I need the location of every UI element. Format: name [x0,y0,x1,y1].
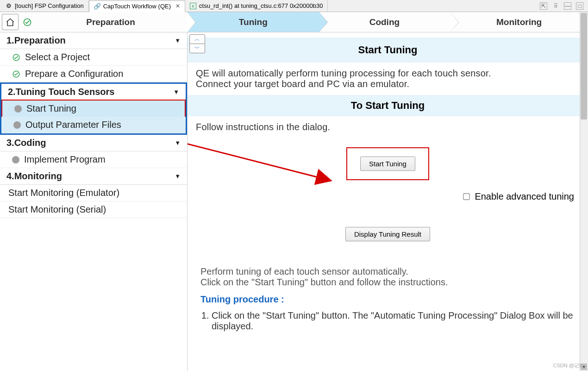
wf-step-label: Monitoring [496,17,542,27]
info-line1: Perform tuning of each touch sensor auto… [200,266,575,277]
tab-label: CapTouch Workflow (QE) [103,3,171,10]
sidebar-item-label: Start Monitoring (Emulator) [8,188,119,198]
sidebar-tree: 1.Preparation ▼ Select a Project Prepare… [0,32,187,218]
caret-icon: ▼ [173,88,179,95]
link-icon: 🔗 [94,3,100,9]
chevron-down-icon[interactable]: ﹀ [190,44,205,53]
bullet-icon [12,156,19,163]
gear-icon: ⚙ [6,3,12,9]
scrollbar[interactable]: ▾ [580,12,588,371]
watermark: CSDN @记忆 [553,362,584,369]
panel-desc: QE will automatically perform tuning pro… [188,63,588,95]
scrollbar-thumb[interactable] [581,13,587,119]
sidebar-item-monitor-emulator[interactable]: Start Monitoring (Emulator) [0,185,187,201]
caret-icon: ▼ [175,173,181,180]
min-icon[interactable]: ⠿ [552,2,559,10]
wf-step-label: Preparation [86,17,135,27]
wf-step-tuning[interactable]: Tuning [188,12,319,32]
sidebar-item-label: Start Tuning [26,103,76,114]
c-file-icon: c [190,3,196,9]
sidebar-item-implement-program[interactable]: Implement Program [0,151,187,168]
sidebar-item-label: Prepare a Configuration [25,69,123,79]
info-line2: Click on the "Start Tuning" button and f… [200,277,575,288]
bullet-icon [14,105,22,113]
section-title: 4.Monitoring [6,171,62,182]
tab-fsp-config[interactable]: ⚙ [touch] FSP Configuration [1,0,89,12]
section-coding[interactable]: 3.Coding ▼ [0,135,187,151]
section-tuning-highlight: 2.Tuning Touch Sensors ▼ Start Tuning Ou… [0,82,187,135]
main-container: Preparation 1.Preparation ▼ Select a Pro… [0,12,588,371]
sidebar-item-label: Implement Program [24,154,106,165]
display-tuning-result-button[interactable]: Display Tuning Result [345,227,430,241]
start-tuning-button[interactable]: Start Tuning [360,157,415,171]
section-monitoring[interactable]: 4.Monitoring ▼ [0,168,187,185]
section-tuning[interactable]: 2.Tuning Touch Sensors ▼ [1,84,186,101]
advanced-tuning-checkbox[interactable] [463,193,469,200]
chevron-up-icon[interactable]: ︿ [190,35,205,44]
tab-label: [touch] FSP Configuration [15,2,84,9]
check-icon [12,53,20,62]
sidebar-item-label: Select a Project [25,52,90,63]
start-tuning-highlight: Start Tuning [346,147,429,180]
wf-step-label: Coding [369,17,400,27]
expand-collapse-control[interactable]: ︿ ﹀ [189,34,205,53]
info-block: Perform tuning of each touch sensor auto… [188,260,588,342]
sidebar-item-output-params[interactable]: Output Parameter Files [1,117,186,133]
advanced-tuning-row: Enable advanced tuning [188,189,588,204]
wf-step-monitoring[interactable]: Monitoring [450,12,588,32]
left-pane: Preparation 1.Preparation ▼ Select a Pro… [0,12,188,371]
wf-step-preparation[interactable]: Preparation [34,12,187,32]
section-title: 1.Preparation [6,35,66,46]
display-result-area: Display Tuning Result [188,204,588,251]
editor-tab-bar: ⚙ [touch] FSP Configuration 🔗 CapTouch W… [0,0,588,12]
section-title: 3.Coding [6,138,46,148]
sidebar-item-select-project[interactable]: Select a Project [0,49,187,66]
home-button[interactable] [2,14,19,30]
section-preparation[interactable]: 1.Preparation ▼ [0,32,187,49]
sidebar-item-monitor-serial[interactable]: Start Monitoring (Serial) [0,201,187,218]
tab-ctsu-source[interactable]: c ctsu_rd_int() at tuning_ctsu.c:677 0x2… [185,0,328,12]
close-icon[interactable]: ✕ [175,3,180,9]
maximize-icon[interactable]: □ [576,2,583,10]
step-check-icon [20,12,34,32]
panel-desc2: Follow instructions in the dialog. [188,116,588,138]
section-title: 2.Tuning Touch Sensors [8,87,114,97]
restore-icon[interactable]: ⇱ [540,2,547,10]
panel-title-to-start: To Start Tuning [188,95,588,116]
tab-label: ctsu_rd_int() at tuning_ctsu.c:677 0x200… [199,2,323,9]
workflow-row-left: Preparation [0,12,187,32]
right-content: ︿ ﹀ Start Tuning QE will automatically p… [188,32,588,371]
proc-step-1: Click on the "Start Tuning" button. The … [212,310,575,332]
sidebar-item-label: Output Parameter Files [25,119,121,130]
panel-title-start-tuning: Start Tuning [188,38,588,63]
panel-desc-line2: Connect your target board and PC via an … [196,79,409,89]
tab-captouch-workflow[interactable]: 🔗 CapTouch Workflow (QE) ✕ [89,0,185,12]
wf-step-label: Tuning [239,17,268,27]
start-tuning-area: Start Tuning [188,138,588,189]
sidebar-item-prepare-config[interactable]: Prepare a Configuration [0,66,187,82]
home-icon [6,18,15,27]
panel-desc-line1: QE will automatically perform tuning pro… [196,68,491,78]
advanced-tuning-label[interactable]: Enable advanced tuning [463,191,574,201]
proc-heading: Tuning procedure : [200,294,575,305]
workflow-row-right: Tuning Coding Monitoring [188,12,588,32]
caret-icon: ▼ [175,139,181,146]
caret-icon: ▼ [175,37,181,44]
bullet-icon [13,121,21,129]
check-icon [12,70,20,78]
tab-toolbar-right: ⇱ ⠿ — □ [540,2,588,10]
right-pane: Tuning Coding Monitoring ︿ ﹀ Start Tunin… [188,12,588,371]
advanced-tuning-text: Enable advanced tuning [475,191,574,201]
minimize-icon[interactable]: — [564,2,571,10]
sidebar-item-label: Start Monitoring (Serial) [8,204,106,215]
wf-step-coding[interactable]: Coding [319,12,450,32]
sidebar-item-start-tuning[interactable]: Start Tuning [1,100,186,118]
